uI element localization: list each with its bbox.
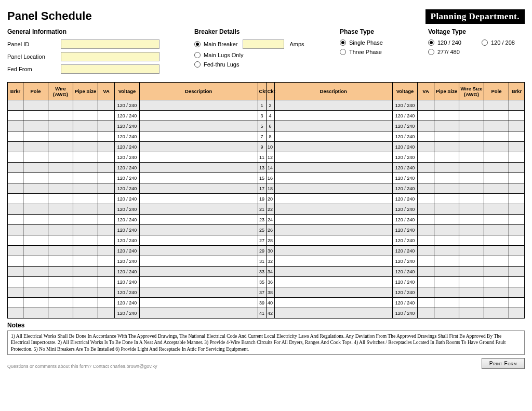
table-cell[interactable] <box>8 225 23 235</box>
table-cell[interactable] <box>98 287 115 298</box>
table-cell[interactable] <box>140 163 258 173</box>
table-cell[interactable] <box>434 277 459 287</box>
table-cell[interactable]: 28 <box>266 235 274 246</box>
table-cell[interactable] <box>418 256 434 267</box>
table-cell[interactable] <box>23 256 48 267</box>
table-cell[interactable]: 12 <box>266 152 274 163</box>
table-cell[interactable]: 120 / 240 <box>393 163 418 173</box>
table-cell[interactable] <box>140 246 258 256</box>
table-cell[interactable] <box>459 183 484 194</box>
table-cell[interactable]: 120 / 240 <box>393 100 418 111</box>
table-cell[interactable] <box>484 163 509 173</box>
table-cell[interactable]: 120 / 240 <box>393 111 418 121</box>
table-cell[interactable] <box>48 298 73 308</box>
table-cell[interactable] <box>48 246 73 256</box>
table-cell[interactable] <box>434 131 459 142</box>
table-cell[interactable]: 120 / 240 <box>393 256 418 267</box>
table-cell[interactable] <box>73 100 98 111</box>
table-cell[interactable] <box>509 131 525 142</box>
table-cell[interactable] <box>98 298 115 308</box>
table-cell[interactable] <box>418 111 434 121</box>
table-cell[interactable] <box>48 152 73 163</box>
table-cell[interactable] <box>484 183 509 194</box>
table-cell[interactable] <box>459 298 484 308</box>
table-cell[interactable] <box>23 111 48 121</box>
radio-277-480[interactable] <box>428 49 434 55</box>
table-cell[interactable]: 120 / 240 <box>115 163 140 173</box>
table-cell[interactable] <box>98 163 115 173</box>
table-cell[interactable]: 19 <box>258 194 266 204</box>
table-cell[interactable]: 32 <box>266 256 274 267</box>
table-cell[interactable] <box>434 308 459 319</box>
table-cell[interactable] <box>48 215 73 225</box>
table-cell[interactable] <box>459 111 484 121</box>
table-cell[interactable] <box>434 163 459 173</box>
table-cell[interactable] <box>48 121 73 131</box>
table-cell[interactable] <box>509 173 525 183</box>
table-cell[interactable] <box>418 152 434 163</box>
table-cell[interactable] <box>73 215 98 225</box>
table-cell[interactable]: 21 <box>258 204 266 215</box>
table-cell[interactable] <box>459 173 484 183</box>
table-cell[interactable] <box>484 256 509 267</box>
table-cell[interactable] <box>73 121 98 131</box>
table-cell[interactable] <box>459 246 484 256</box>
table-cell[interactable] <box>274 152 393 163</box>
table-cell[interactable] <box>48 173 73 183</box>
table-cell[interactable] <box>434 256 459 267</box>
print-button[interactable]: Print Form <box>482 358 525 369</box>
table-cell[interactable]: 15 <box>258 173 266 183</box>
table-cell[interactable] <box>274 100 393 111</box>
table-cell[interactable] <box>140 277 258 287</box>
table-cell[interactable]: 120 / 240 <box>115 277 140 287</box>
table-cell[interactable] <box>274 142 393 152</box>
table-cell[interactable]: 35 <box>258 277 266 287</box>
table-cell[interactable]: 9 <box>258 142 266 152</box>
table-cell[interactable]: 120 / 240 <box>115 183 140 194</box>
table-cell[interactable]: 30 <box>266 246 274 256</box>
table-cell[interactable] <box>8 267 23 277</box>
table-cell[interactable]: 38 <box>266 287 274 298</box>
table-cell[interactable] <box>23 267 48 277</box>
table-cell[interactable]: 34 <box>266 267 274 277</box>
table-cell[interactable]: 41 <box>258 308 266 319</box>
table-cell[interactable] <box>274 183 393 194</box>
table-cell[interactable] <box>8 131 23 142</box>
table-cell[interactable] <box>418 246 434 256</box>
table-cell[interactable] <box>48 142 73 152</box>
table-cell[interactable] <box>484 204 509 215</box>
table-cell[interactable] <box>48 235 73 246</box>
table-cell[interactable]: 120 / 240 <box>393 277 418 287</box>
table-cell[interactable]: 120 / 240 <box>115 121 140 131</box>
table-cell[interactable] <box>274 173 393 183</box>
table-cell[interactable] <box>73 194 98 204</box>
table-cell[interactable] <box>48 111 73 121</box>
table-cell[interactable] <box>73 298 98 308</box>
table-cell[interactable] <box>459 215 484 225</box>
table-cell[interactable] <box>434 204 459 215</box>
table-cell[interactable]: 5 <box>258 121 266 131</box>
table-cell[interactable] <box>98 100 115 111</box>
table-cell[interactable] <box>98 121 115 131</box>
table-cell[interactable] <box>73 142 98 152</box>
table-cell[interactable] <box>484 298 509 308</box>
table-cell[interactable] <box>418 121 434 131</box>
table-cell[interactable]: 120 / 240 <box>115 298 140 308</box>
table-cell[interactable] <box>98 215 115 225</box>
table-cell[interactable]: 120 / 240 <box>393 225 418 235</box>
table-cell[interactable] <box>459 142 484 152</box>
table-cell[interactable] <box>23 277 48 287</box>
table-cell[interactable]: 6 <box>266 121 274 131</box>
table-cell[interactable] <box>140 215 258 225</box>
table-cell[interactable] <box>484 225 509 235</box>
table-cell[interactable] <box>73 204 98 215</box>
table-cell[interactable] <box>434 183 459 194</box>
table-cell[interactable]: 120 / 240 <box>115 308 140 319</box>
table-cell[interactable] <box>23 121 48 131</box>
table-cell[interactable]: 120 / 240 <box>393 173 418 183</box>
table-cell[interactable] <box>98 235 115 246</box>
table-cell[interactable] <box>459 256 484 267</box>
table-cell[interactable] <box>98 173 115 183</box>
table-cell[interactable] <box>509 152 525 163</box>
table-cell[interactable] <box>434 121 459 131</box>
